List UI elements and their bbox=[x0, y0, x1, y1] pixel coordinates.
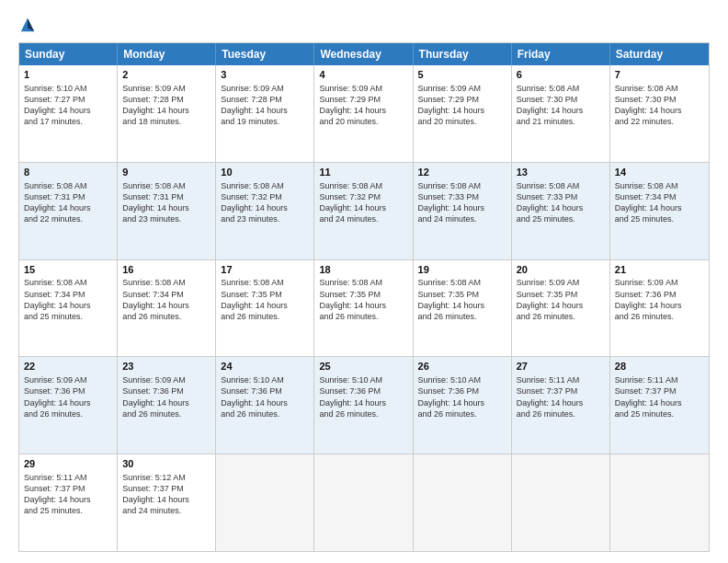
day-info-line: Daylight: 14 hours bbox=[418, 105, 506, 116]
day-number: 15 bbox=[24, 263, 112, 277]
calendar-empty bbox=[414, 454, 512, 551]
day-info-line: and 26 minutes. bbox=[24, 408, 112, 419]
day-info-line: Sunset: 7:37 PM bbox=[517, 385, 605, 396]
calendar-week-2: 8Sunrise: 5:08 AMSunset: 7:31 PMDaylight… bbox=[19, 162, 709, 259]
day-info-line: Daylight: 14 hours bbox=[24, 300, 112, 311]
day-info-line: Sunrise: 5:08 AM bbox=[517, 83, 605, 94]
day-info-line: Sunrise: 5:08 AM bbox=[615, 180, 704, 191]
day-number: 20 bbox=[517, 263, 605, 277]
day-info-line: and 26 minutes. bbox=[418, 408, 506, 419]
day-info-line: Daylight: 14 hours bbox=[24, 202, 112, 213]
day-info-line: Daylight: 14 hours bbox=[418, 202, 506, 213]
day-number: 11 bbox=[319, 166, 407, 179]
day-info-line: Sunrise: 5:10 AM bbox=[418, 374, 506, 385]
day-info-line: Sunrise: 5:08 AM bbox=[418, 180, 506, 191]
calendar-day-17: 17Sunrise: 5:08 AMSunset: 7:35 PMDayligh… bbox=[216, 260, 314, 357]
day-info-line: Sunrise: 5:09 AM bbox=[122, 83, 210, 94]
day-info-line: Sunrise: 5:11 AM bbox=[24, 472, 112, 483]
calendar-day-29: 29Sunrise: 5:11 AMSunset: 7:37 PMDayligh… bbox=[19, 454, 118, 551]
day-info-line: and 26 minutes. bbox=[615, 311, 704, 322]
day-info-line: Sunrise: 5:08 AM bbox=[221, 277, 309, 288]
calendar-day-24: 24Sunrise: 5:10 AMSunset: 7:36 PMDayligh… bbox=[216, 357, 314, 454]
day-info-line: Daylight: 14 hours bbox=[517, 300, 605, 311]
day-info-line: Sunset: 7:35 PM bbox=[517, 289, 605, 300]
day-info-line: and 23 minutes. bbox=[122, 213, 210, 224]
calendar-day-20: 20Sunrise: 5:09 AMSunset: 7:35 PMDayligh… bbox=[512, 260, 610, 357]
page: SundayMondayTuesdayWednesdayThursdayFrid… bbox=[0, 0, 728, 563]
calendar-day-9: 9Sunrise: 5:08 AMSunset: 7:31 PMDaylight… bbox=[118, 163, 216, 259]
day-info-line: and 22 minutes. bbox=[24, 213, 112, 224]
calendar-day-7: 7Sunrise: 5:08 AMSunset: 7:30 PMDaylight… bbox=[610, 65, 709, 162]
calendar-week-4: 22Sunrise: 5:09 AMSunset: 7:36 PMDayligh… bbox=[19, 356, 709, 454]
day-info-line: Daylight: 14 hours bbox=[418, 300, 506, 311]
calendar-day-13: 13Sunrise: 5:08 AMSunset: 7:33 PMDayligh… bbox=[512, 163, 610, 259]
header-day-saturday: Saturday bbox=[610, 43, 709, 65]
calendar-day-27: 27Sunrise: 5:11 AMSunset: 7:37 PMDayligh… bbox=[512, 357, 610, 454]
day-number: 6 bbox=[517, 68, 605, 82]
day-info-line: Daylight: 14 hours bbox=[24, 105, 112, 116]
day-info-line: Daylight: 14 hours bbox=[319, 105, 407, 116]
day-number: 19 bbox=[418, 263, 506, 277]
day-number: 5 bbox=[418, 68, 506, 82]
calendar-empty bbox=[314, 454, 413, 551]
day-info-line: and 21 minutes. bbox=[517, 116, 605, 127]
day-info-line: Sunrise: 5:11 AM bbox=[517, 374, 605, 385]
day-info-line: and 26 minutes. bbox=[221, 311, 309, 322]
day-info-line: Sunrise: 5:09 AM bbox=[517, 277, 605, 288]
day-info-line: and 26 minutes. bbox=[319, 408, 407, 419]
day-info-line: Sunrise: 5:11 AM bbox=[615, 374, 704, 385]
day-info-line: and 25 minutes. bbox=[615, 408, 704, 419]
day-info-line: Sunset: 7:30 PM bbox=[615, 94, 704, 105]
day-number: 17 bbox=[221, 263, 309, 277]
day-info-line: Sunrise: 5:08 AM bbox=[319, 180, 407, 191]
day-info-line: and 20 minutes. bbox=[418, 116, 506, 127]
calendar-day-12: 12Sunrise: 5:08 AMSunset: 7:33 PMDayligh… bbox=[414, 163, 512, 259]
header-day-friday: Friday bbox=[512, 43, 610, 65]
header-day-sunday: Sunday bbox=[19, 43, 118, 65]
day-number: 30 bbox=[122, 457, 210, 471]
day-info-line: Sunset: 7:36 PM bbox=[221, 385, 309, 396]
day-info-line: and 26 minutes. bbox=[122, 311, 210, 322]
day-info-line: Daylight: 14 hours bbox=[221, 202, 309, 213]
day-info-line: and 20 minutes. bbox=[319, 116, 407, 127]
day-info-line: Daylight: 14 hours bbox=[122, 494, 210, 505]
day-info-line: Sunrise: 5:09 AM bbox=[24, 374, 112, 385]
logo-icon bbox=[19, 17, 36, 33]
day-info-line: Sunrise: 5:08 AM bbox=[418, 277, 506, 288]
calendar-day-1: 1Sunrise: 5:10 AMSunset: 7:27 PMDaylight… bbox=[19, 65, 118, 162]
day-info-line: Sunset: 7:32 PM bbox=[221, 191, 309, 202]
day-number: 26 bbox=[418, 360, 506, 373]
day-info-line: Sunset: 7:27 PM bbox=[24, 94, 112, 105]
day-info-line: and 23 minutes. bbox=[221, 213, 309, 224]
day-info-line: Sunset: 7:32 PM bbox=[319, 191, 407, 202]
day-info-line: and 26 minutes. bbox=[319, 311, 407, 322]
day-info-line: Sunrise: 5:08 AM bbox=[122, 277, 210, 288]
day-number: 29 bbox=[24, 457, 112, 471]
day-info-line: Daylight: 14 hours bbox=[319, 300, 407, 311]
day-info-line: Daylight: 14 hours bbox=[615, 105, 704, 116]
day-number: 3 bbox=[221, 68, 309, 82]
calendar-day-3: 3Sunrise: 5:09 AMSunset: 7:28 PMDaylight… bbox=[216, 65, 314, 162]
header-day-tuesday: Tuesday bbox=[216, 43, 314, 65]
day-info-line: Sunset: 7:30 PM bbox=[517, 94, 605, 105]
calendar-empty bbox=[216, 454, 314, 551]
day-info-line: Sunrise: 5:10 AM bbox=[319, 374, 407, 385]
calendar-week-1: 1Sunrise: 5:10 AMSunset: 7:27 PMDaylight… bbox=[19, 65, 709, 162]
day-info-line: and 19 minutes. bbox=[221, 116, 309, 127]
day-info-line: Daylight: 14 hours bbox=[615, 300, 704, 311]
calendar-day-14: 14Sunrise: 5:08 AMSunset: 7:34 PMDayligh… bbox=[610, 163, 709, 259]
day-info-line: Daylight: 14 hours bbox=[418, 397, 506, 408]
day-info-line: Sunset: 7:31 PM bbox=[122, 191, 210, 202]
day-info-line: Daylight: 14 hours bbox=[122, 202, 210, 213]
calendar-day-26: 26Sunrise: 5:10 AMSunset: 7:36 PMDayligh… bbox=[414, 357, 512, 454]
calendar-header: SundayMondayTuesdayWednesdayThursdayFrid… bbox=[19, 43, 709, 65]
day-info-line: Daylight: 14 hours bbox=[517, 105, 605, 116]
day-number: 14 bbox=[615, 166, 704, 179]
day-info-line: Sunrise: 5:09 AM bbox=[615, 277, 704, 288]
day-info-line: Sunset: 7:34 PM bbox=[24, 289, 112, 300]
day-info-line: Daylight: 14 hours bbox=[24, 494, 112, 505]
day-info-line: Sunrise: 5:10 AM bbox=[24, 83, 112, 94]
day-info-line: Daylight: 14 hours bbox=[122, 105, 210, 116]
calendar-day-16: 16Sunrise: 5:08 AMSunset: 7:34 PMDayligh… bbox=[118, 260, 216, 357]
day-info-line: Sunrise: 5:09 AM bbox=[122, 374, 210, 385]
